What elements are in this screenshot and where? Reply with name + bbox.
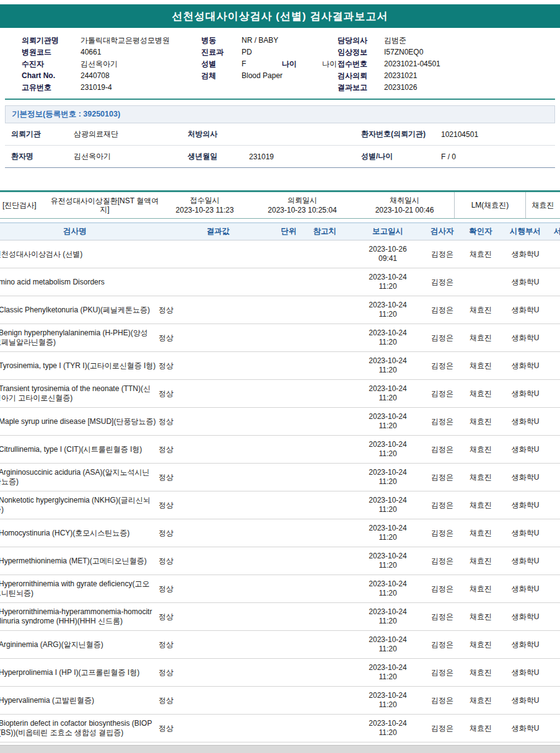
field-value: 20231021-04501	[384, 58, 440, 70]
header-column-left: 의뢰기관명 가톨릭대학교은평성모병원 병원코드 40661 수진자 김선옥아기 …	[22, 35, 201, 94]
reference-value	[299, 296, 351, 324]
column-header-unit: 단위	[279, 223, 299, 240]
field-ward: 병동 NR / BABY	[201, 35, 338, 46]
test-name: ··Hyperornithinemia-hyperammonemia-homoc…	[0, 603, 157, 631]
tester-name: 김정은	[425, 659, 460, 687]
table-row: ··Hypervalinemia (고발린혈증) 정상 2023-10-24 1…	[0, 687, 560, 715]
report-datetime-text: 2023-10-24 11:20	[363, 496, 413, 514]
column-header-confirmer: 확인자	[460, 223, 502, 240]
page-title: 선천성대사이상검사 (선별) 검사결과보고서	[172, 9, 388, 24]
tester-name: 김정은	[425, 631, 460, 659]
report-datetime-text: 2023-10-24 11:20	[363, 356, 413, 375]
tester-name: 김정은	[425, 380, 460, 408]
order-lm-collector: LM(채효진)	[454, 192, 525, 218]
test-name: ··Homocystinuria (HCY)(호모시스틴뇨증)	[0, 519, 157, 547]
report-datetime-text: 2023-10-24 11:20	[363, 691, 413, 710]
header-column-right: 담당의사 김범준 임상정보 I57ZN0EQ0 접수번호 20231021-04…	[338, 35, 560, 94]
header-divider	[5, 99, 555, 100]
unit-value	[279, 603, 299, 631]
report-datetime-text: 2023-10-24 11:20	[363, 440, 413, 459]
report-datetime-text: 2023-10-24 11:20	[363, 328, 413, 347]
test-name: ··Classic Phenylketonuria (PKU)(페닐케톤뇨증)	[0, 296, 157, 324]
diagnostic-order-band: [진단검사] 유전성대사이상질환[NST 혈액여지] 접수일시 2023-10-…	[0, 190, 560, 219]
test-name: ··Hyperornithinemia with gyrate deficien…	[0, 575, 157, 603]
field-value: 삼광의료재단	[71, 123, 182, 146]
field-label: 나이	[282, 58, 322, 70]
order-test-name: 유전성대사이상질환[NST 혈액여지]	[50, 192, 160, 218]
field-order-date: 검사의뢰 20231021	[338, 70, 560, 82]
field-value: F / 0	[439, 146, 555, 168]
department-name: 생화학U	[502, 296, 549, 324]
field-label: 의뢰기관	[5, 123, 71, 146]
field-value: 나이	[322, 58, 337, 70]
field-label: 처방의사	[182, 123, 247, 146]
unit-value	[279, 324, 299, 352]
result-value: 정상	[157, 631, 279, 659]
confirmer-name: 채효진	[460, 240, 502, 268]
field-value: NR / BABY	[242, 35, 278, 46]
field-label: Chart No.	[22, 70, 81, 82]
department-name: 생화학U	[502, 436, 549, 464]
result-value: 정상	[157, 464, 279, 491]
field-label: 결과보고	[338, 82, 384, 94]
field-label: 환자번호(의뢰기관)	[355, 123, 439, 146]
horizontal-scrollbar[interactable]	[0, 745, 560, 753]
report-datetime-text: 2023-10-24 11:20	[363, 607, 413, 626]
report-datetime: 2023-10-24 11:20	[351, 687, 425, 715]
field-label: 성별	[201, 58, 242, 70]
department-name: 생화학U	[502, 464, 549, 491]
form-cell	[549, 519, 560, 547]
table-row: ··Transient tyrosinemia of the neonate (…	[0, 380, 560, 408]
department-name: 생화학U	[502, 491, 549, 519]
order-section-label: [진단검사]	[0, 192, 50, 218]
field-label: 수진자	[22, 58, 81, 70]
unit-value	[279, 464, 299, 491]
report-datetime-text: 2023-10-24 11:20	[363, 635, 413, 654]
report-datetime-text: 2023-10-24 11:20	[363, 552, 413, 570]
reference-value	[299, 603, 351, 631]
form-cell	[549, 324, 560, 352]
field-value: F	[242, 58, 282, 70]
report-datetime: 2023-10-24 11:20	[351, 715, 425, 742]
table-row: 의뢰기관 삼광의료재단 처방의사 환자번호(의뢰기관) 102104501	[5, 123, 555, 146]
report-datetime: 2023-10-24 11:20	[351, 603, 425, 631]
order-receipt-datetime: 접수일시 2023-10-23 11:23	[160, 192, 250, 218]
department-name: 생화학U	[502, 715, 549, 742]
field-label: 진료과	[201, 46, 242, 58]
report-datetime: 2023-10-24 11:20	[351, 296, 425, 324]
table-row: 선천성대사이상검사 (선별) 2023-10-26 09:41 김정은 채효진 …	[0, 240, 560, 268]
column-header-reported: 보고일시	[351, 223, 425, 240]
department-name: 생화학U	[502, 268, 549, 296]
reference-value	[299, 547, 351, 575]
table-row: ··Hyperornithinemia-hyperammonemia-homoc…	[0, 603, 560, 631]
field-label: 의뢰일시	[287, 195, 317, 205]
field-label: 고유번호	[22, 82, 81, 94]
reference-value	[299, 519, 351, 547]
field-value: 2023-10-21 00:46	[375, 205, 434, 215]
column-header-test-name: 검사명	[0, 223, 157, 240]
field-value: 40661	[81, 46, 101, 58]
reference-value	[299, 380, 351, 408]
unit-value	[279, 240, 299, 268]
report-page: 선천성대사이상검사 (선별) 검사결과보고서 의뢰기관명 가톨릭대학교은평성모병…	[0, 0, 560, 753]
report-datetime: 2023-10-24 11:20	[351, 464, 425, 491]
field-patient: 수진자 김선옥아기	[22, 58, 201, 70]
unit-value	[279, 631, 299, 659]
field-doctor: 담당의사 김범준	[338, 35, 560, 46]
order-collector: 채효진	[525, 192, 560, 218]
field-chart-no: Chart No. 2440708	[22, 70, 201, 82]
report-datetime-text: 2023-10-24 11:20	[363, 301, 413, 319]
confirmer-name: 채효진	[460, 631, 502, 659]
field-clinical-info: 임상정보 I57ZN0EQ0	[338, 46, 560, 58]
report-datetime-text: 2023-10-24 11:20	[363, 579, 413, 598]
field-label: 담당의사	[338, 35, 384, 46]
field-sex-age: 성별 F 나이 나이	[201, 58, 338, 70]
table-row: ··Hypermethioninemia (MET)(고메티오닌혈증) 정상 2…	[0, 547, 560, 575]
form-cell	[549, 631, 560, 659]
reference-value	[299, 659, 351, 687]
result-value: 정상	[157, 603, 279, 631]
report-datetime: 2023-10-24 11:20	[351, 575, 425, 603]
report-datetime-text: 2023-10-24 11:20	[363, 524, 413, 542]
confirmer-name	[460, 268, 502, 296]
field-value: 가톨릭대학교은평성모병원	[81, 35, 170, 46]
